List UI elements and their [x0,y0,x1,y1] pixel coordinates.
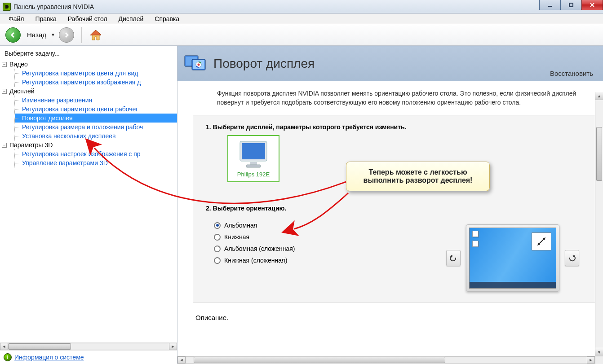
desktop-icon [472,241,479,247]
menu-file[interactable]: Файл [4,14,29,24]
radio-label: Альбомная (сложенная) [224,245,295,252]
maximize-button[interactable] [560,0,582,10]
radio-icon [214,246,221,252]
radio-label: Книжная [224,233,249,241]
monitor-icon [237,140,270,169]
scroll-track[interactable] [186,356,587,364]
sidebar-footer: i Информация о системе [0,350,177,364]
system-info-link[interactable]: Информация о системе [14,354,84,361]
task-tree: − Видео Регулировка параметров цвета для… [0,60,177,342]
scroll-right-icon[interactable]: ► [169,343,177,350]
tree-item[interactable]: Установка нескольких дисплеев [15,132,177,140]
tree-group-label: Параметры 3D [9,141,53,149]
page-title: Поворот дисплея [213,57,315,71]
svg-marker-17 [451,255,453,258]
svg-rect-13 [242,143,265,159]
tree-item-rotate-display[interactable]: Поворот дисплея [15,114,177,123]
svg-rect-16 [246,165,261,167]
back-history-dropdown[interactable]: ▼ [51,32,55,37]
scroll-track[interactable] [8,343,169,350]
radio-icon [214,222,221,229]
display-name: Philips 192E [231,171,276,178]
desktop-icon [472,231,479,237]
svg-rect-1 [569,3,573,7]
page-header: Поворот дисплея Восстановить [177,46,603,81]
back-label: Назад [27,31,46,39]
info-icon: i [4,353,12,361]
collapse-icon[interactable]: − [2,143,7,148]
nvidia-app-icon [3,3,11,11]
preview-taskbar [470,282,556,288]
radio-landscape-flipped[interactable]: Альбомная (сложенная) [214,245,295,252]
sidebar-scrollbar[interactable]: ◄ ► [0,342,177,350]
tree-item[interactable]: Изменение разрешения [15,96,177,105]
tree-group-video: − Видео Регулировка параметров цвета для… [2,60,177,87]
display-tile[interactable]: Philips 192E [227,135,279,182]
section1-title: 1. Выберите дисплей, параметры которого … [206,123,584,131]
title-bar: Панель управления NVIDIA [0,0,603,13]
tree-item[interactable]: Регулировка параметров цвета для вид [15,69,177,78]
radio-landscape[interactable]: Альбомная [214,222,295,229]
menu-desktop[interactable]: Рабочий стол [63,14,112,24]
main-panel: Поворот дисплея Восстановить Функция пов… [177,46,603,364]
description-label: Описание. [195,314,603,321]
rotate-ccw-button[interactable] [446,250,461,266]
annotation-callout: Теперь можете с легкостью выполнить разв… [346,162,490,191]
rotate-cw-button[interactable] [565,250,579,266]
menu-display[interactable]: Дисплей [114,14,149,24]
minimize-button[interactable] [539,0,561,10]
main-horizontal-scrollbar[interactable]: ◄ ► [177,356,595,364]
menu-bar: Файл Правка Рабочий стол Дисплей Справка [0,13,603,24]
task-sidebar: Выберите задачу... − Видео Регулировка п… [0,46,177,364]
menu-help[interactable]: Справка [150,14,184,24]
collapse-icon[interactable]: − [2,62,7,67]
preview-monitor [466,224,559,292]
svg-rect-15 [250,162,257,165]
page-description: Функция поворота дисплея NVIDIA позволяе… [177,89,603,107]
back-button[interactable] [5,27,21,43]
tree-item[interactable]: Регулировка параметров изображения д [15,78,177,87]
radio-label: Альбомная [224,222,257,229]
tree-item[interactable]: Управление параметрами 3D [15,158,177,167]
settings-section: 1. Выберите дисплей, параметры которого … [193,115,597,303]
toolbar: Назад ▼ [0,24,603,46]
sidebar-header: Выберите задачу... [0,46,177,60]
home-button[interactable] [89,29,102,41]
scroll-up-icon[interactable]: ▲ [595,92,603,100]
tree-item[interactable]: Регулировка настроек изображения с пр [15,149,177,158]
svg-point-11 [198,63,200,66]
radio-icon [214,257,221,264]
orientation-preview [446,224,584,292]
scroll-thumb[interactable] [596,127,602,181]
scroll-thumb[interactable] [8,343,71,350]
preview-screen [469,228,556,289]
tree-item[interactable]: Регулировка размера и положения рабоч [15,123,177,132]
scroll-thumb[interactable] [194,357,445,363]
tree-group-label: Видео [9,61,28,68]
window-title: Панель управления NVIDIA [13,3,94,10]
section2-title: 2. Выберите ориентацию. [206,205,584,212]
toolbar-separator [81,27,82,43]
svg-marker-20 [572,255,575,258]
radio-portrait[interactable]: Книжная [214,233,295,241]
main-vertical-scrollbar[interactable]: ▲ ▼ [595,92,603,356]
scroll-left-icon[interactable]: ◄ [177,356,186,364]
menu-edit[interactable]: Правка [30,14,61,24]
tree-item[interactable]: Регулировка параметров цвета рабочег [15,105,177,114]
radio-portrait-flipped[interactable]: Книжная (сложенная) [214,257,295,264]
scroll-down-icon[interactable]: ▼ [595,348,603,356]
radio-label: Книжная (сложенная) [224,257,287,264]
scroll-left-icon[interactable]: ◄ [0,343,8,350]
collapse-icon[interactable]: − [2,89,7,94]
restore-link[interactable]: Восстановить [550,70,593,77]
close-button[interactable] [581,0,603,10]
radio-icon [214,234,221,241]
orientation-radio-group: Альбомная Книжная Альбомная (сложенная) [214,222,295,264]
scroll-right-icon[interactable]: ► [587,356,595,364]
display-rotation-icon [184,53,208,75]
forward-button[interactable] [59,27,74,43]
tree-group-label: Дисплей [9,88,35,95]
tree-group-display: − Дисплей Изменение разрешения Регулиров… [2,87,177,140]
main-body: Функция поворота дисплея NVIDIA позволяе… [177,81,603,364]
scroll-corner [595,356,603,364]
